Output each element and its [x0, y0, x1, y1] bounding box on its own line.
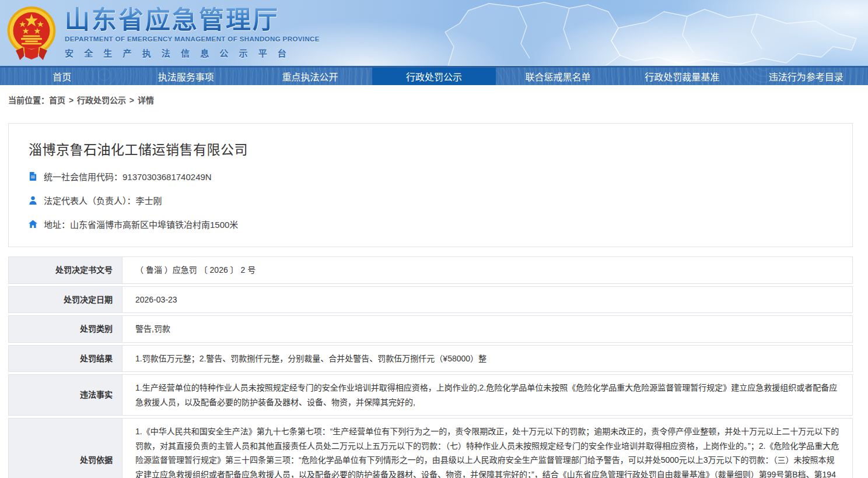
row-value: 警告,罚款 [123, 316, 852, 342]
legal-rep-line: 法定代表人（负责人）：李士刚 [29, 194, 832, 206]
person-icon [29, 196, 37, 205]
site-header: 山东省应急管理厅 DEPARTMENT OF EMERGENCY MANAGEM… [0, 0, 868, 66]
nav-item[interactable]: 行政处罚公示 [372, 68, 496, 85]
main-nav: 首页执法服务事项重点执法公开行政处罚公示联合惩戒黑名单行政处罚裁量基准违法行为参… [0, 66, 868, 85]
table-row: 违法事实1.生产经营单位的特种作业人员未按照规定经专门的安全作业培训并取得相应资… [8, 374, 853, 416]
breadcrumb-separator: > [126, 96, 138, 105]
breadcrumb-item[interactable]: 首页 [49, 96, 65, 105]
table-row: 处罚依据1.《中华人民共和国安全生产法》第九十七条第七项：“生产经营单位有下列行… [8, 418, 853, 478]
breadcrumb-item: 详情 [138, 96, 154, 105]
shandong-map-outline [413, 0, 868, 66]
nav-item[interactable]: 违法行为参考目录 [744, 68, 868, 85]
platform-name: 安 全 生 产 执 法 信 息 公 示 平 台 [65, 47, 320, 59]
address-text: 地址：山东省淄博市高新区中埠镇铁冶村南1500米 [44, 218, 238, 230]
row-label: 处罚类别 [9, 316, 123, 342]
breadcrumb-separator: > [65, 96, 77, 105]
credit-code-line: 统一社会信用代码：91370303681740249N [29, 170, 832, 182]
table-row: 处罚类别警告,罚款 [8, 315, 853, 343]
row-label: 违法事实 [9, 375, 123, 415]
national-emblem-logo [5, 5, 58, 61]
table-row: 处罚决定日期2026-03-23 [8, 286, 853, 314]
header-title-block: 山东省应急管理厅 DEPARTMENT OF EMERGENCY MANAGEM… [65, 7, 320, 58]
home-icon [29, 220, 37, 229]
row-label: 处罚决定书文号 [9, 257, 123, 283]
nav-item[interactable]: 行政处罚裁量基准 [620, 68, 744, 85]
row-value: 1.《中华人民共和国安全生产法》第九十七条第七项：“生产经营单位有下列行为之一的… [123, 419, 852, 478]
company-info-card: 淄博京鲁石油化工储运销售有限公司 统一社会信用代码：91370303681740… [8, 123, 853, 247]
nav-item[interactable]: 联合惩戒黑名单 [496, 68, 620, 85]
row-value: （ 鲁淄 ）应急罚 〔 2026 〕 2 号 [123, 257, 852, 283]
row-label: 处罚决定日期 [9, 287, 123, 313]
site-title: 山东省应急管理厅 [65, 7, 320, 33]
breadcrumb-items: 首页 > 行政处罚公示 > 详情 [49, 96, 154, 105]
row-value: 1.罚款伍万元整；2.警告、罚款捌仟元整，分别裁量、合并处警告、罚款伍万捌仟元（… [123, 346, 852, 372]
nav-item[interactable]: 执法服务事项 [124, 68, 249, 85]
row-value: 2026-03-23 [123, 287, 852, 313]
breadcrumb-label: 当前位置： [8, 96, 49, 105]
company-name: 淄博京鲁石油化工储运销售有限公司 [29, 139, 832, 159]
penalty-table: 处罚决定书文号（ 鲁淄 ）应急罚 〔 2026 〕 2 号处罚决定日期2026-… [8, 256, 853, 478]
breadcrumb: 当前位置：首页 > 行政处罚公示 > 详情 [0, 85, 868, 113]
row-value: 1.生产经营单位的特种作业人员未按照规定经专门的安全作业培训并取得相应资格，上岗… [123, 375, 852, 415]
address-line: 地址：山东省淄博市高新区中埠镇铁冶村南1500米 [29, 218, 832, 230]
document-icon [29, 172, 37, 181]
site-subtitle-en: DEPARTMENT OF EMERGENCY MANAGEMENT OF SH… [65, 36, 320, 43]
nav-item[interactable]: 重点执法公开 [248, 68, 372, 85]
credit-code-text: 统一社会信用代码：91370303681740249N [44, 170, 212, 182]
legal-rep-text: 法定代表人（负责人）：李士刚 [44, 194, 162, 206]
table-row: 处罚决定书文号（ 鲁淄 ）应急罚 〔 2026 〕 2 号 [8, 256, 853, 284]
table-row: 处罚结果1.罚款伍万元整；2.警告、罚款捌仟元整，分别裁量、合并处警告、罚款伍万… [8, 345, 853, 372]
row-label: 处罚结果 [9, 346, 123, 372]
breadcrumb-item[interactable]: 行政处罚公示 [77, 96, 126, 105]
row-label: 处罚依据 [9, 419, 123, 478]
nav-item[interactable]: 首页 [0, 68, 124, 85]
